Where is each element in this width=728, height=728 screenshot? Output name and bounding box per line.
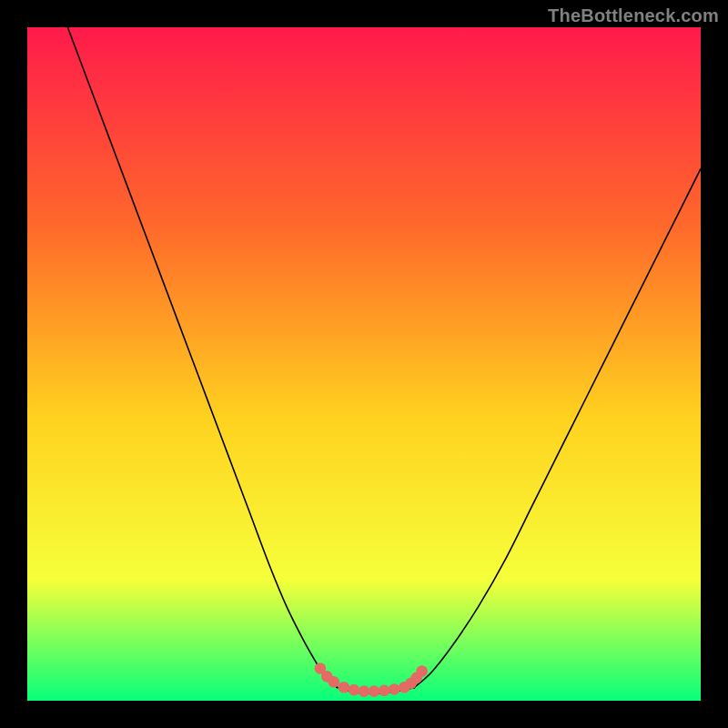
floor-marker xyxy=(369,685,380,697)
chart-stage: TheBottleneck.com xyxy=(0,0,728,728)
floor-marker xyxy=(339,682,350,693)
floor-marker xyxy=(379,685,390,697)
plot-area xyxy=(27,27,701,701)
gradient-background xyxy=(27,27,701,701)
floor-marker xyxy=(328,676,339,688)
floor-marker xyxy=(349,684,360,696)
floor-marker xyxy=(416,665,428,677)
floor-marker xyxy=(389,683,400,695)
watermark-text: TheBottleneck.com xyxy=(548,5,719,26)
floor-marker xyxy=(359,685,370,697)
chart-svg xyxy=(27,27,701,701)
